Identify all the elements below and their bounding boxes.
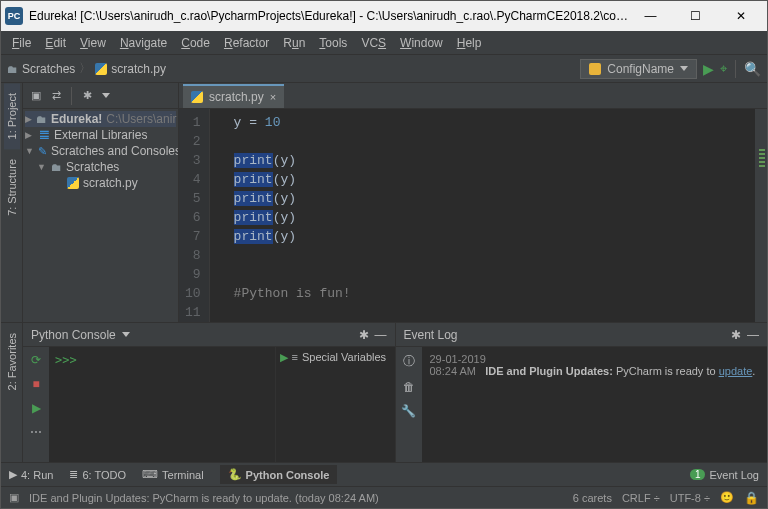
- menu-code[interactable]: Code: [174, 34, 217, 52]
- left-side-tabs-lower: 2: Favorites: [1, 322, 23, 462]
- more-icon[interactable]: ⋯: [30, 425, 42, 439]
- app-window: PC Edureka! [C:\Users\anirudh_c.rao\Pych…: [0, 0, 768, 509]
- run-icon[interactable]: ▶: [32, 401, 41, 415]
- chevron-down-icon[interactable]: [102, 93, 110, 98]
- tool-event-log[interactable]: 1 Event Log: [690, 469, 759, 481]
- update-link[interactable]: update: [719, 365, 753, 377]
- folder-icon: 🖿: [7, 63, 18, 75]
- run-config-combo[interactable]: ConfigName: [580, 59, 697, 79]
- status-encoding[interactable]: UTF-8 ÷: [670, 492, 710, 504]
- window-title: Edureka! [C:\Users\anirudh_c.rao\Pycharm…: [29, 9, 628, 23]
- chevron-down-icon[interactable]: [122, 332, 130, 337]
- close-button[interactable]: ✕: [718, 2, 763, 30]
- chevron-down-icon[interactable]: ▼: [25, 146, 34, 156]
- run-button[interactable]: ▶: [703, 61, 714, 77]
- chevron-right-icon[interactable]: ▶: [25, 114, 32, 124]
- side-tab-structure[interactable]: 7: Structure: [4, 149, 20, 226]
- hide-panel-icon[interactable]: —: [375, 328, 387, 342]
- eventlog-title: Event Log: [404, 328, 458, 342]
- close-tab-icon[interactable]: ×: [270, 91, 276, 103]
- external-libs-label: External Libraries: [54, 128, 147, 142]
- marker-stripe: [755, 109, 767, 322]
- variables-panel[interactable]: ▶ ≡ Special Variables: [275, 347, 395, 462]
- menu-help[interactable]: Help: [450, 34, 489, 52]
- run-icon[interactable]: ▶: [280, 351, 288, 364]
- panel-ico-2[interactable]: ⇄: [49, 89, 63, 102]
- menu-vcs[interactable]: VCS: [354, 34, 393, 52]
- toolbar-right: ConfigName ▶ ⌖ 🔍: [580, 59, 761, 79]
- python-file-icon: [67, 177, 79, 189]
- hide-panel-icon[interactable]: —: [747, 328, 759, 342]
- chevron-down-icon[interactable]: ▼: [37, 162, 47, 172]
- code-editor[interactable]: 123 456 789 101112 y = 10 print(y) print…: [179, 109, 767, 322]
- app-icon: PC: [5, 7, 23, 25]
- rerun-icon[interactable]: ⟳: [31, 353, 41, 367]
- tree-file-scratch: ▼ scratch.py: [25, 175, 176, 191]
- status-message: IDE and Plugin Updates: PyCharm is ready…: [29, 492, 379, 504]
- search-icon[interactable]: 🔍: [744, 61, 761, 77]
- tab-label: scratch.py: [209, 90, 264, 104]
- gear-icon[interactable]: ✱: [80, 89, 94, 102]
- debug-button[interactable]: ⌖: [720, 61, 727, 77]
- panel-ico-1[interactable]: ▣: [29, 89, 43, 102]
- python-console-panel: Python Console ✱ — ⟳ ■ ▶ ⋯ >>> ▶ ≡: [23, 323, 396, 462]
- event-log-panel: Event Log ✱ — ⓘ 🗑 🔧 29-01-2019 08:24 AM …: [396, 323, 768, 462]
- side-tab-project[interactable]: 1: Project: [4, 83, 20, 149]
- editor-tab-scratch[interactable]: scratch.py ×: [183, 84, 284, 108]
- tree-scratches: ▼ 🖿 Scratches: [25, 159, 176, 175]
- minimize-button[interactable]: —: [628, 2, 673, 30]
- run-config-name: ConfigName: [607, 62, 674, 76]
- status-lineending[interactable]: CRLF ÷: [622, 492, 660, 504]
- breadcrumb-separator: 〉: [79, 60, 91, 77]
- status-carets: 6 carets: [573, 492, 612, 504]
- python-file-icon: [95, 63, 107, 75]
- tree-project-root: ▶ 🖿 Edureka! C:\Users\anir: [25, 111, 176, 127]
- separator: [71, 87, 72, 105]
- breadcrumb: 🖿 Scratches 〉 scratch.py: [7, 60, 580, 77]
- menu-view[interactable]: View: [73, 34, 113, 52]
- project-path-label: C:\Users\anir: [106, 112, 176, 126]
- menu-navigate[interactable]: Navigate: [113, 34, 174, 52]
- tool-terminal[interactable]: ⌨ Terminal: [142, 468, 204, 481]
- file-label: scratch.py: [83, 176, 138, 190]
- breadcrumb-root[interactable]: Scratches: [22, 62, 75, 76]
- tool-run[interactable]: ▶ 4: Run: [9, 468, 53, 481]
- side-tab-favorites[interactable]: 2: Favorites: [4, 323, 20, 400]
- menu-refactor[interactable]: Refactor: [217, 34, 276, 52]
- maximize-button[interactable]: ☐: [673, 2, 718, 30]
- scratches-consoles-label: Scratches and Consoles: [51, 144, 178, 158]
- tool-todo[interactable]: ≣ 6: TODO: [69, 468, 126, 481]
- editor-panel: scratch.py × 123 456 789 101112 y = 10 p…: [179, 83, 767, 322]
- info-icon[interactable]: ⓘ: [403, 353, 415, 370]
- menu-edit[interactable]: Edit: [38, 34, 73, 52]
- eventlog-toolbar: ⓘ 🗑 🔧: [396, 347, 422, 462]
- status-hector-icon[interactable]: 🙂: [720, 491, 734, 504]
- console-output[interactable]: >>>: [49, 347, 275, 462]
- menu-file[interactable]: File: [5, 34, 38, 52]
- tool-python-console[interactable]: 🐍 Python Console: [220, 465, 338, 484]
- lock-icon[interactable]: 🔒: [744, 491, 759, 505]
- event-time: 08:24 AM: [430, 365, 476, 377]
- code-body[interactable]: y = 10 print(y) print(y) print(y) print(…: [210, 109, 755, 322]
- separator: [735, 60, 736, 78]
- menu-tools[interactable]: Tools: [312, 34, 354, 52]
- chevron-right-icon[interactable]: ▶: [25, 130, 35, 140]
- menu-window[interactable]: Window: [393, 34, 450, 52]
- gear-icon[interactable]: ✱: [359, 328, 369, 342]
- stop-icon[interactable]: ■: [32, 377, 39, 391]
- gutter: 123 456 789 101112: [179, 109, 210, 322]
- trash-icon[interactable]: 🗑: [403, 380, 415, 394]
- eventlog-content[interactable]: 29-01-2019 08:24 AM IDE and Plugin Updat…: [422, 347, 768, 462]
- console-title: Python Console: [31, 328, 116, 342]
- breadcrumb-file[interactable]: scratch.py: [111, 62, 166, 76]
- status-window-icon[interactable]: ▣: [9, 491, 19, 504]
- project-tree[interactable]: ▶ 🖿 Edureka! C:\Users\anir ▶ 𝌆 External …: [23, 109, 178, 193]
- wrench-icon[interactable]: 🔧: [401, 404, 416, 418]
- editor-tabs: scratch.py ×: [179, 83, 767, 109]
- python-file-icon: [191, 91, 203, 103]
- library-icon: 𝌆: [39, 128, 50, 142]
- gear-icon[interactable]: ✱: [731, 328, 741, 342]
- event-msg-bold: IDE and Plugin Updates:: [485, 365, 613, 377]
- menu-run[interactable]: Run: [276, 34, 312, 52]
- event-date: 29-01-2019: [430, 353, 760, 365]
